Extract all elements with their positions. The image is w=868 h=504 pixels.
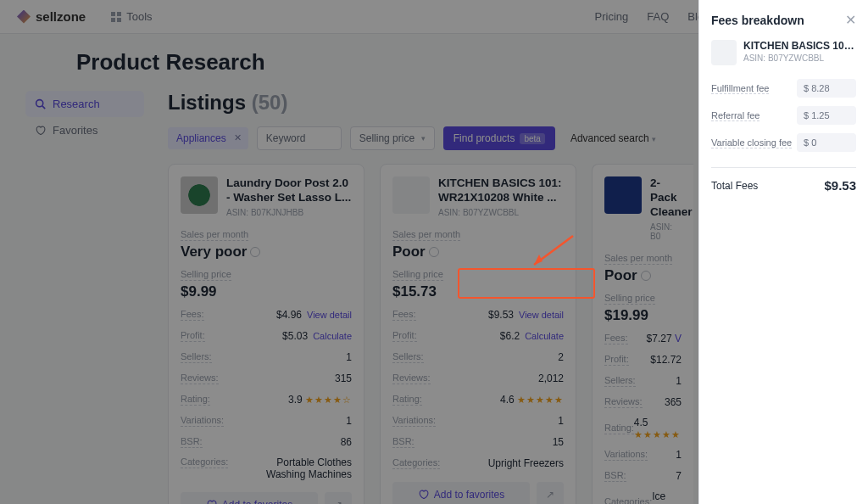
price-value: $15.73: [392, 283, 564, 300]
grid-icon: [111, 12, 121, 22]
label-spm: Sales per month: [181, 229, 248, 241]
panel-product-asin: ASIN: B07YZWCBBL: [743, 53, 856, 63]
add-favorites-button[interactable]: Add to favorites: [392, 482, 530, 504]
variable-closing-fee-value[interactable]: $ 0: [797, 133, 856, 152]
sidebar-item-research[interactable]: Research: [25, 91, 144, 117]
chevron-down-icon: ▾: [421, 134, 426, 143]
external-link-button[interactable]: ↗: [325, 492, 352, 504]
search-icon: [34, 98, 46, 110]
star-icons: ★★★★★: [517, 395, 564, 405]
chip-remove-icon[interactable]: ✕: [234, 132, 242, 143]
product-title[interactable]: KITCHEN BASICS 101: WR21X10208 White ...: [438, 176, 564, 205]
product-title[interactable]: Laundry Door Post 2.0 - Washer Set Lasso…: [226, 176, 352, 205]
star-icons: ★★★★☆: [305, 395, 352, 405]
total-fees-value: $9.53: [824, 178, 856, 193]
label-spm: Sales per month: [392, 229, 460, 241]
product-title[interactable]: 2-Pack Cleaner: [650, 176, 682, 220]
brand-name: sellzone: [36, 9, 86, 24]
nav-pricing[interactable]: Pricing: [595, 10, 629, 23]
spm-value: Very poor: [181, 244, 247, 260]
sidebar: Research Favorites: [25, 91, 144, 504]
spm-value: Poor: [392, 244, 426, 260]
info-icon[interactable]: [250, 247, 260, 257]
nav-faq[interactable]: FAQ: [647, 10, 669, 23]
product-card: KITCHEN BASICS 101: WR21X10208 White ...…: [380, 164, 576, 504]
chevron-down-icon: ▾: [652, 135, 656, 143]
svg-point-0: [36, 100, 42, 107]
price-value: $9.99: [181, 283, 352, 300]
product-thumbnail: [604, 176, 642, 214]
svg-line-1: [42, 106, 44, 109]
variable-closing-fee-label: Variable closing fee: [711, 137, 792, 148]
tools-link[interactable]: Tools: [111, 10, 152, 23]
find-products-button[interactable]: Find products beta: [443, 126, 555, 150]
view-detail-link[interactable]: View detail: [519, 310, 564, 320]
selling-price-select[interactable]: Selling price ▾: [350, 126, 435, 150]
fulfillment-fee-value[interactable]: $ 8.28: [797, 79, 856, 98]
add-favorites-button[interactable]: Add to favorites: [181, 492, 318, 504]
product-thumbnail: [392, 176, 430, 214]
close-icon[interactable]: ✕: [845, 12, 856, 28]
label-sp: Selling price: [181, 269, 231, 281]
sidebar-item-favorites[interactable]: Favorites: [25, 117, 144, 143]
product-asin: ASIN: B07KJNJHBB: [226, 208, 352, 217]
logo[interactable]: sellzone: [17, 9, 86, 24]
total-fees-label: Total Fees: [711, 180, 758, 192]
advanced-search-link[interactable]: Advanced search ▾: [570, 132, 656, 144]
heart-icon: [34, 125, 46, 137]
product-thumbnail: [181, 176, 218, 214]
external-link-button[interactable]: ↗: [537, 482, 564, 504]
keyword-input[interactable]: Keyword: [257, 126, 342, 150]
label-sp: Selling price: [392, 269, 443, 281]
referral-fee-label: Referral fee: [711, 110, 760, 121]
divider: [711, 167, 856, 168]
view-detail-link[interactable]: View detail: [307, 310, 352, 320]
fees-breakdown-panel: Fees breakdown ✕ KITCHEN BASICS 101: WR2…: [698, 0, 868, 504]
panel-title: Fees breakdown: [711, 14, 804, 27]
product-asin: ASIN: B07YZWCBBL: [438, 208, 564, 217]
panel-thumbnail: [711, 40, 737, 65]
product-card: Laundry Door Post 2.0 - Washer Set Lasso…: [168, 164, 364, 504]
product-card: 2-Pack Cleaner ASIN: B0 Sales per month …: [592, 164, 693, 504]
logo-icon: [17, 10, 31, 24]
calculate-link[interactable]: Calculate: [313, 331, 352, 341]
filter-chip-appliances[interactable]: Appliances ✕: [168, 127, 248, 149]
product-asin: ASIN: B0: [650, 222, 682, 241]
referral-fee-value[interactable]: $ 1.25: [797, 106, 856, 125]
info-icon[interactable]: [641, 271, 651, 281]
panel-product-title: KITCHEN BASICS 101: WR2...: [743, 40, 856, 52]
info-icon[interactable]: [429, 247, 439, 257]
calculate-link[interactable]: Calculate: [525, 331, 564, 341]
fulfillment-fee-label: Fulfillment fee: [711, 83, 769, 94]
beta-badge: beta: [520, 133, 544, 144]
